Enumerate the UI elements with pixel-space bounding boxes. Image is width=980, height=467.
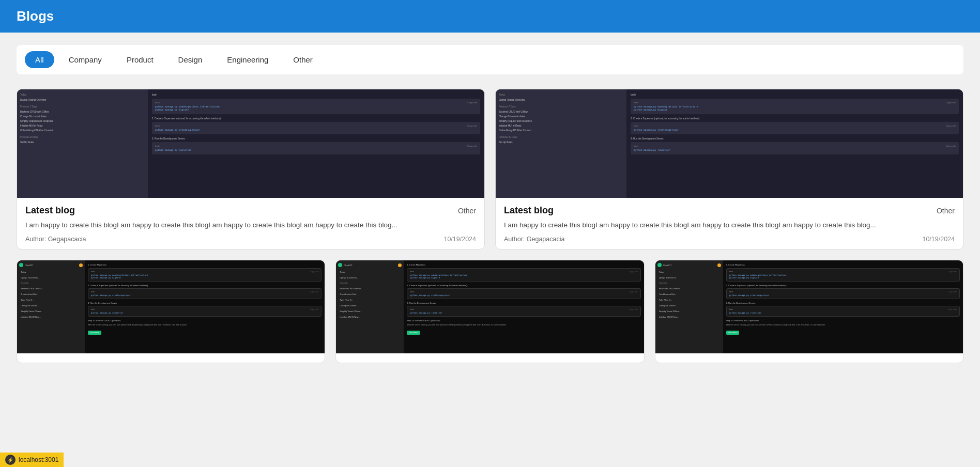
blog-card-1-body: Latest blog Other I am happy to create t… [17,198,484,249]
blog-card-2-author: Author: Gegapacacia [504,236,564,243]
blog-card-4[interactable]: ChatGPT Today Django Tutorial Ov... Yest… [335,260,644,363]
blog-card-2[interactable]: Today Django Tutorial Overview Previous … [495,89,963,250]
tab-all[interactable]: All [25,51,54,68]
page-header: Blogs [0,0,980,33]
blog-card-1[interactable]: Today Django Tutorial Overview Previous … [17,89,485,250]
status-bar: ⚡ localhost:3001 [0,453,64,467]
blog-card-1-category: Other [458,207,476,215]
blog-card-2-body: Latest blog Other I am happy to create t… [496,198,963,249]
blog-card-2-excerpt: I am happy to create this blogI am happy… [504,220,955,230]
blog-card-5-body [655,353,963,363]
status-url: localhost:3001 [19,456,58,463]
tab-design[interactable]: Design [168,51,213,68]
blog-card-1-header-row: Latest blog Other [25,205,476,216]
filter-tabs: All Company Product Design Engineering O… [17,45,963,74]
blog-card-3-image: ChatGPT Today Django Tutorial Ov... Yest… [17,260,325,353]
blog-card-1-excerpt: I am happy to create this blogI am happy… [25,220,476,230]
blog-grid-top: Today Django Tutorial Overview Previous … [17,89,963,250]
blog-card-2-header-row: Latest blog Other [504,205,955,216]
blog-card-2-footer: Author: Gegapacacia 10/19/2024 [504,236,955,243]
status-icon: ⚡ [5,455,16,465]
blog-card-2-date: 10/19/2024 [922,236,955,243]
blog-grid-bottom: ChatGPT Today Django Tutorial Ov... Yest… [17,260,963,363]
tab-company[interactable]: Company [58,51,112,68]
page-title: Blogs [17,8,963,24]
blog-card-5[interactable]: ChatGPT Today Django Tutorial Ov... Yest… [655,260,963,363]
blog-card-3-body [17,353,325,363]
blog-card-4-image: ChatGPT Today Django Tutorial Ov... Yest… [336,260,644,353]
blog-card-1-author: Author: Gegapacacia [25,236,86,243]
tab-product[interactable]: Product [116,51,164,68]
blog-card-2-title: Latest blog [504,205,554,216]
main-content: All Company Product Design Engineering O… [0,33,980,376]
tab-engineering[interactable]: Engineering [217,51,279,68]
blog-card-1-footer: Author: Gegapacacia 10/19/2024 [25,236,476,243]
blog-card-2-image: Today Django Tutorial Overview Previous … [496,89,963,198]
blog-card-1-image: Today Django Tutorial Overview Previous … [17,89,484,198]
blog-card-1-date: 10/19/2024 [443,236,476,243]
blog-card-4-body [336,353,644,363]
blog-card-2-category: Other [937,207,955,215]
blog-card-1-title: Latest blog [25,205,75,216]
blog-card-3[interactable]: ChatGPT Today Django Tutorial Ov... Yest… [17,260,325,363]
blog-card-5-image: ChatGPT Today Django Tutorial Ov... Yest… [655,260,963,353]
tab-other[interactable]: Other [283,51,323,68]
